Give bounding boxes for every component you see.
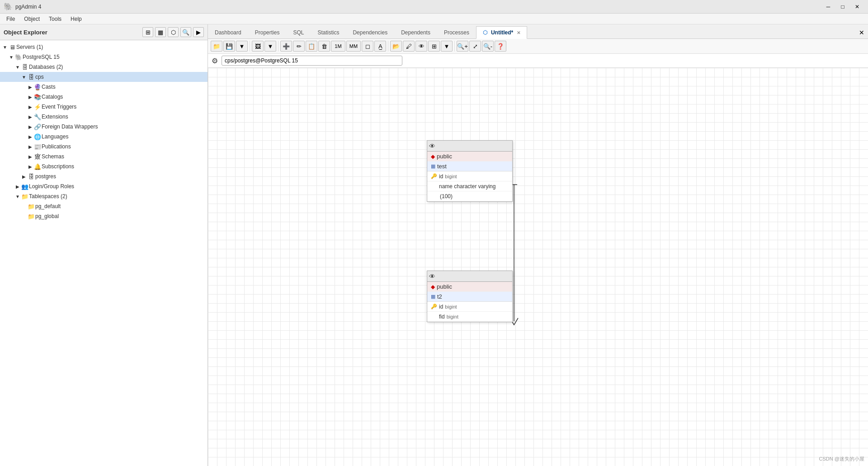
- tab-close-untitled[interactable]: ✕: [517, 30, 520, 35]
- erd-delete-table-btn[interactable]: 🗑: [318, 41, 330, 52]
- tab-properties[interactable]: Properties: [248, 26, 287, 38]
- menu-file[interactable]: File: [2, 15, 19, 23]
- tab-bar: Dashboard Properties SQL Statistics Depe…: [208, 24, 868, 39]
- tree-item-databases[interactable]: ▼ 🗄 Databases (2): [0, 62, 208, 72]
- erd-table-t2[interactable]: 👁 ◆ public ▦ t2 🔑 id bigint 🔑 fid: [427, 271, 513, 322]
- menu-help[interactable]: Help: [66, 15, 86, 23]
- watermark: CSDN @迷失的小屋: [819, 456, 864, 462]
- tab-dependents[interactable]: Dependents: [394, 26, 437, 38]
- arrow-servers: ▼: [2, 45, 8, 50]
- tab-statistics[interactable]: Statistics: [311, 26, 346, 38]
- erd-table-t2-key-icon: 🔑: [431, 304, 437, 309]
- erd-toolbar-group-view: 📂 🖊 👁 ⊞ ▼: [390, 41, 455, 52]
- tree-item-publications[interactable]: ▶ 📰 Publications: [0, 142, 208, 152]
- label-subscriptions: Subscriptions: [42, 163, 74, 170]
- tab-sql[interactable]: SQL: [286, 26, 311, 38]
- erd-folder-btn[interactable]: 📂: [390, 41, 402, 52]
- erd-table-test-schema-diamond: ◆: [431, 153, 435, 160]
- tree-item-postgresql[interactable]: ▼ 🐘 PostgreSQL 15: [0, 52, 208, 62]
- arrow-languages: ▶: [27, 134, 33, 139]
- erd-pencil-btn[interactable]: 🖊: [403, 41, 415, 52]
- menu-object[interactable]: Object: [19, 15, 44, 23]
- erd-table-test-eye-icon[interactable]: 👁: [429, 143, 435, 150]
- erd-table-t2-name-label: t2: [437, 293, 442, 300]
- erd-help-btn[interactable]: ❓: [495, 41, 506, 52]
- tab-dependencies[interactable]: Dependencies: [346, 26, 394, 38]
- tab-spacer: [527, 26, 855, 38]
- tree-item-pg-default[interactable]: 📁 pg_default: [0, 201, 208, 211]
- tree-item-tablespaces[interactable]: ▼ 📁 Tablespaces (2): [0, 191, 208, 201]
- tree-item-catalogs[interactable]: ▶ 📚 Catalogs: [0, 92, 208, 102]
- left-panel: Object Explorer ⊞ ▦ ⬡ 🔍 ▶ ▼ 🖥 Servers (1…: [0, 24, 208, 466]
- tool-search-btn[interactable]: 🔍: [180, 27, 191, 37]
- tab-processes[interactable]: Processes: [437, 26, 476, 38]
- erd-eye-btn[interactable]: 👁: [415, 41, 427, 52]
- icon-databases: 🗄: [21, 64, 29, 71]
- erd-table-t2-col-id-name: id: [439, 304, 443, 310]
- close-button[interactable]: ✕: [850, 0, 864, 14]
- arrow-tablespaces: ▼: [14, 194, 21, 199]
- menu-tools[interactable]: Tools: [44, 15, 66, 23]
- connection-input[interactable]: [222, 56, 402, 66]
- tree-item-extensions[interactable]: ▶ 🔧 Extensions: [0, 112, 208, 122]
- tree-item-subscriptions[interactable]: ▶ 🔔 Subscriptions: [0, 162, 208, 171]
- tree-item-postgres[interactable]: ▶ 🗄 postgres: [0, 171, 208, 181]
- erd-zoom-out-btn[interactable]: 🔍-: [482, 41, 494, 52]
- tree-item-casts[interactable]: ▶ 🔮 Casts: [0, 82, 208, 92]
- erd-save-btn[interactable]: 💾: [223, 41, 235, 52]
- tool-run-btn[interactable]: ▶: [193, 27, 204, 37]
- erd-table-t2-col-fid-name: fid: [439, 314, 445, 320]
- icon-languages: 🌐: [33, 133, 42, 140]
- menu-bar: File Object Tools Help: [0, 14, 868, 24]
- tool-table-btn[interactable]: ▦: [155, 27, 166, 37]
- erd-grid-btn[interactable]: ⊞: [428, 41, 440, 52]
- erd-edit-table-btn[interactable]: ✏: [293, 41, 305, 52]
- tree-item-login-group-roles[interactable]: ▶ 👥 Login/Group Roles: [0, 181, 208, 191]
- icon-postgresql: 🐘: [14, 54, 23, 61]
- tab-untitled[interactable]: ⬡ Untitled* ✕: [476, 26, 527, 39]
- erd-copy-table-btn[interactable]: 📋: [306, 41, 317, 52]
- tab-dashboard[interactable]: Dashboard: [208, 26, 248, 38]
- erd-open-btn[interactable]: 📁: [211, 41, 222, 52]
- erd-canvas[interactable]: 👁 ◆ public ▦ test 🔑 id bigint 🔑 nam: [208, 68, 868, 466]
- minimize-button[interactable]: ─: [821, 0, 835, 14]
- erd-underline-btn[interactable]: A̲: [374, 41, 386, 52]
- erd-image-btn[interactable]: 🖼: [252, 41, 264, 52]
- erd-add-table-btn[interactable]: ➕: [280, 41, 292, 52]
- erd-1m-btn[interactable]: 1M: [331, 41, 345, 52]
- tab-close-panel-btn[interactable]: ✕: [855, 26, 868, 38]
- erd-eraser-btn[interactable]: ◻: [362, 41, 373, 52]
- label-schemas: Schemas: [42, 153, 64, 160]
- erd-grid-dropdown-btn[interactable]: ▼: [441, 41, 453, 52]
- icon-event-triggers: ⚡: [33, 104, 42, 110]
- erd-zoom-fit-btn[interactable]: ⤢: [469, 41, 481, 52]
- tree-item-schemas[interactable]: ▶ 🕸 Schemas: [0, 152, 208, 162]
- erd-image-dropdown-btn[interactable]: ▼: [264, 41, 276, 52]
- icon-catalogs: 📚: [33, 94, 42, 100]
- erd-mm-btn[interactable]: MM: [346, 41, 361, 52]
- erd-table-t2-eye-icon[interactable]: 👁: [429, 273, 435, 280]
- arrow-event-triggers: ▶: [27, 105, 33, 109]
- erd-table-test-name-row: ▦ test: [427, 162, 512, 171]
- tree-item-foreign-data-wrappers[interactable]: ▶ 🔗 Foreign Data Wrappers: [0, 122, 208, 132]
- erd-save-dropdown-btn[interactable]: ▼: [236, 41, 248, 52]
- erd-zoom-in-btn[interactable]: 🔍+: [457, 41, 468, 52]
- arrow-casts: ▶: [27, 85, 33, 90]
- label-servers: Servers (1): [16, 44, 43, 50]
- tool-grid-btn[interactable]: ⊞: [142, 27, 153, 37]
- maximize-button[interactable]: □: [835, 0, 850, 14]
- arrow-catalogs: ▶: [27, 95, 33, 100]
- erd-table-test-col-name-value: name character varying: [439, 183, 495, 190]
- tool-layout-btn[interactable]: ⬡: [168, 27, 179, 37]
- tree-item-languages[interactable]: ▶ 🌐 Languages: [0, 132, 208, 142]
- tree-item-event-triggers[interactable]: ▶ ⚡ Event Triggers: [0, 102, 208, 112]
- erd-table-test[interactable]: 👁 ◆ public ▦ test 🔑 id bigint 🔑 nam: [427, 140, 513, 202]
- icon-login-group-roles: 👥: [21, 183, 29, 190]
- tree-item-pg-global[interactable]: 📁 pg_global: [0, 211, 208, 221]
- arrow-foreign-data-wrappers: ▶: [27, 124, 33, 129]
- tree-item-cps[interactable]: ▼ 🗄 cps: [0, 72, 208, 82]
- tree-item-servers[interactable]: ▼ 🖥 Servers (1): [0, 42, 208, 52]
- right-panel: Dashboard Properties SQL Statistics Depe…: [208, 24, 868, 466]
- erd-table-test-col-name-cont-val: (100): [440, 193, 453, 200]
- erd-table-t2-col-id: 🔑 id bigint: [427, 302, 512, 312]
